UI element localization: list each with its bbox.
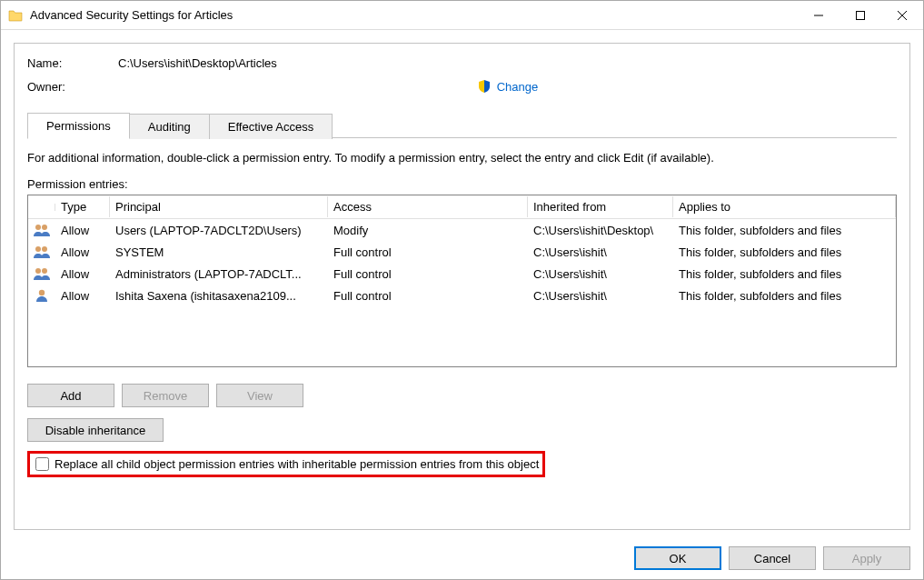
- permission-row[interactable]: Allow SYSTEM Full control C:\Users\ishit…: [28, 241, 896, 263]
- folder-icon: [8, 8, 23, 23]
- user-icon: [34, 289, 50, 302]
- users-icon: [34, 224, 50, 236]
- col-access-header[interactable]: Access: [328, 196, 528, 217]
- window-title: Advanced Security Settings for Articles: [30, 8, 798, 22]
- titlebar: Advanced Security Settings for Articles: [1, 1, 923, 30]
- remove-button[interactable]: Remove: [122, 384, 209, 407]
- name-value: C:\Users\ishit\Desktop\Articles: [118, 56, 277, 70]
- tab-permissions[interactable]: Permissions: [27, 113, 130, 139]
- cancel-button[interactable]: Cancel: [729, 546, 816, 570]
- replace-children-label: Replace all child object permission entr…: [55, 457, 539, 471]
- hint-text: For additional information, double-click…: [27, 151, 897, 165]
- svg-point-2: [42, 225, 47, 230]
- content-area: Name: C:\Users\ishit\Desktop\Articles Ow…: [1, 30, 923, 537]
- svg-point-3: [35, 246, 41, 252]
- main-panel: Name: C:\Users\ishit\Desktop\Articles Ow…: [14, 43, 910, 530]
- dialog-footer: OK Cancel Apply: [1, 537, 923, 579]
- name-row: Name: C:\Users\ishit\Desktop\Articles: [27, 56, 897, 70]
- owner-row: Owner: Change: [27, 79, 897, 94]
- replace-children-checkbox-row[interactable]: Replace all child object permission entr…: [27, 451, 545, 477]
- col-icon-header[interactable]: [28, 204, 55, 211]
- list-header: Type Principal Access Inherited from App…: [28, 195, 896, 219]
- permission-row[interactable]: Allow Users (LAPTOP-7ADCLT2D\Users) Modi…: [28, 219, 896, 241]
- entries-label: Permission entries:: [27, 177, 897, 191]
- tab-auditing[interactable]: Auditing: [129, 114, 210, 139]
- replace-children-checkbox[interactable]: [35, 457, 49, 471]
- svg-point-5: [35, 268, 41, 274]
- close-button[interactable]: [881, 1, 923, 29]
- maximize-button[interactable]: [840, 1, 881, 29]
- svg-rect-0: [857, 11, 865, 19]
- owner-label: Owner:: [27, 80, 118, 94]
- svg-point-4: [42, 246, 47, 252]
- inheritance-buttons: Disable inheritance: [27, 418, 897, 442]
- shield-icon: [477, 79, 492, 94]
- svg-point-6: [42, 268, 47, 274]
- svg-point-1: [35, 225, 41, 230]
- permission-row[interactable]: Allow Administrators (LAPTOP-7ADCLT... F…: [28, 263, 896, 285]
- apply-button[interactable]: Apply: [823, 546, 910, 570]
- change-owner-link[interactable]: Change: [497, 80, 539, 94]
- tab-effective-access[interactable]: Effective Access: [209, 114, 333, 139]
- permission-list[interactable]: Type Principal Access Inherited from App…: [27, 195, 897, 367]
- security-settings-window: Advanced Security Settings for Articles …: [0, 0, 924, 580]
- col-type-header[interactable]: Type: [55, 196, 110, 217]
- add-button[interactable]: Add: [27, 384, 114, 407]
- col-principal-header[interactable]: Principal: [110, 196, 328, 217]
- tabs: Permissions Auditing Effective Access: [27, 112, 897, 138]
- window-controls: [798, 1, 923, 29]
- users-icon: [34, 245, 50, 258]
- tab-body: For additional information, double-click…: [27, 137, 897, 516]
- col-inherited-header[interactable]: Inherited from: [528, 196, 673, 217]
- minimize-button[interactable]: [798, 1, 840, 29]
- users-icon: [34, 267, 50, 280]
- entry-buttons: Add Remove View: [27, 384, 897, 407]
- svg-point-7: [39, 290, 45, 295]
- permission-row[interactable]: Allow Ishita Saxena (ishitasaxena2109...…: [28, 285, 896, 306]
- name-label: Name:: [27, 56, 118, 70]
- col-applies-header[interactable]: Applies to: [673, 196, 896, 217]
- view-button[interactable]: View: [216, 384, 303, 407]
- disable-inheritance-button[interactable]: Disable inheritance: [27, 418, 164, 442]
- ok-button[interactable]: OK: [634, 546, 721, 570]
